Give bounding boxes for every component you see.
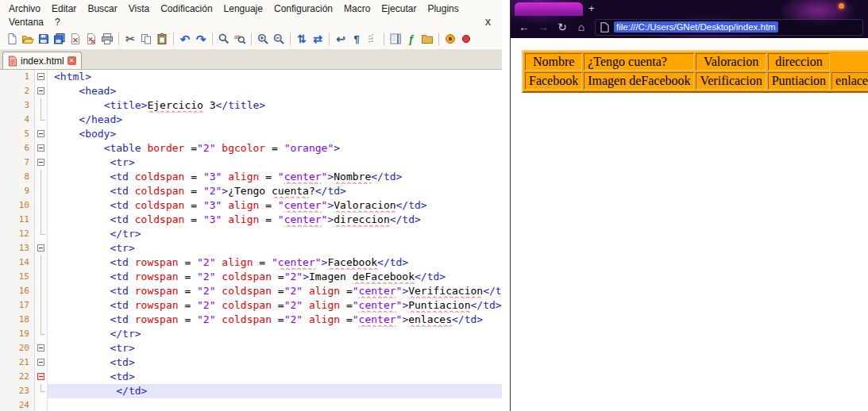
close-button[interactable]: X — [485, 17, 491, 27]
zoom-in-icon[interactable] — [256, 32, 270, 46]
code-line: 22 <td> — [0, 370, 502, 384]
code-text[interactable] — [48, 398, 502, 411]
code-text[interactable]: <td rowspan = "2" coldspan ="2" align ="… — [48, 313, 502, 327]
browser-tab[interactable] — [515, 2, 583, 16]
home-button[interactable]: ⌂ — [573, 18, 590, 36]
folder-as-workspace-icon[interactable] — [420, 32, 434, 46]
menu-item-archivo[interactable]: Archivo — [3, 3, 46, 14]
open-file-icon[interactable] — [21, 32, 35, 46]
fold-marker[interactable] — [35, 70, 48, 84]
fold-marker[interactable] — [35, 156, 48, 170]
code-text[interactable]: <td coldspan = "2">¿Tengo cuenta?</td> — [48, 184, 502, 198]
copy-icon[interactable] — [139, 32, 153, 46]
code-line: 4 </head> — [0, 113, 502, 127]
replace-icon[interactable]: ab — [233, 32, 247, 46]
menu-item-help[interactable]: ? — [49, 17, 66, 28]
line-number: 20 — [0, 341, 35, 355]
tab-index-html[interactable]: index.html ✕ — [2, 52, 82, 69]
menu-item-plugins[interactable]: Plugins — [422, 3, 464, 14]
code-text[interactable]: </head> — [48, 113, 502, 127]
cut-icon[interactable]: ✂ — [123, 32, 137, 46]
show-all-characters-icon[interactable]: ¶ — [349, 32, 364, 46]
line-number: 15 — [0, 270, 35, 284]
menu-item-ejecutar[interactable]: Ejecutar — [376, 3, 422, 14]
record-macro-icon[interactable] — [459, 32, 473, 46]
fold-marker[interactable] — [35, 84, 48, 98]
fold-marker[interactable] — [35, 141, 48, 156]
code-line: 19 </tr> — [0, 327, 502, 341]
code-text[interactable]: </tr> — [48, 327, 502, 341]
fold-marker[interactable] — [35, 127, 48, 141]
fold-marker — [35, 198, 48, 213]
code-text[interactable]: <td rowspan = "2" coldspan ="2" align ="… — [48, 298, 502, 313]
rendered-page: Nombre¿Tengo cuenta?ValoraciondireccionF… — [511, 38, 868, 411]
code-text[interactable]: <table border ="2" bgcolor = "orange"> — [48, 141, 502, 156]
code-text[interactable]: <td coldspan = "3" align = "center">dire… — [48, 213, 502, 227]
code-text[interactable]: <tr> — [48, 241, 502, 255]
sync-horizontal-icon[interactable]: ⇄ — [311, 32, 325, 46]
redo-icon[interactable]: ↷ — [194, 32, 208, 46]
find-icon[interactable] — [217, 32, 231, 46]
menu-item-buscar[interactable]: Buscar — [82, 3, 122, 14]
code-editor[interactable]: 1<html>2 <head>3 <title>Ejercicio 3</tit… — [0, 70, 502, 411]
line-number: 22 — [0, 370, 35, 384]
monitoring-icon[interactable] — [443, 32, 457, 46]
menu-item-editar[interactable]: Editar — [46, 3, 82, 14]
toolbar-separator — [329, 33, 330, 45]
code-text[interactable]: <td rowspan = "2" coldspan ="2" align ="… — [48, 284, 502, 298]
code-text[interactable]: <body> — [48, 127, 502, 141]
zoom-out-icon[interactable] — [272, 32, 286, 46]
tab-close-icon[interactable]: ✕ — [68, 56, 76, 65]
word-wrap-icon[interactable]: ↩ — [334, 32, 348, 46]
code-line: 1<html> — [0, 70, 502, 84]
back-button[interactable]: ← — [515, 18, 533, 36]
fold-marker[interactable] — [35, 241, 48, 255]
document-map-icon[interactable] — [388, 32, 403, 46]
menu-item-lenguaje[interactable]: Lenguaje — [218, 3, 268, 14]
reload-button[interactable]: ↻ — [554, 18, 571, 36]
code-text[interactable]: <html> — [48, 70, 502, 84]
fold-marker[interactable] — [35, 370, 48, 384]
code-text[interactable]: <td> — [48, 370, 502, 384]
code-text[interactable]: <tr> — [48, 156, 502, 170]
code-text[interactable]: <head> — [48, 84, 502, 98]
menubar: ArchivoEditarBuscarVistaCodificaciónLeng… — [0, 0, 502, 29]
indent-guide-icon[interactable] — [365, 32, 380, 46]
new-file-icon[interactable] — [5, 32, 19, 46]
save-icon[interactable] — [37, 32, 51, 46]
browser-window: + ←→↻⌂ file:///C:/Users/GNet/Desktop/ind… — [510, 0, 868, 411]
paste-icon[interactable] — [155, 32, 169, 46]
menu-item-vista[interactable]: Vista — [123, 3, 155, 14]
fold-marker — [35, 284, 48, 298]
code-text[interactable]: <title>Ejercicio 3</title> — [48, 98, 502, 113]
menu-item-codificaci-n[interactable]: Codificación — [155, 3, 218, 14]
code-text[interactable]: <td coldspan = "3" align = "center">Valo… — [48, 198, 502, 213]
screen: ArchivoEditarBuscarVistaCodificaciónLeng… — [0, 0, 868, 411]
line-number: 24 — [0, 398, 35, 411]
code-line: 16 <td rowspan = "2" coldspan ="2" align… — [0, 284, 502, 298]
fold-marker[interactable] — [35, 341, 48, 355]
code-text[interactable]: <tr> — [48, 341, 502, 355]
code-text[interactable]: <td> — [48, 355, 502, 370]
fold-marker[interactable] — [35, 355, 48, 370]
url-bar[interactable]: file:///C:/Users/GNet/Desktop/index.htm — [595, 19, 863, 36]
code-text[interactable]: <td rowspan = "2" align = "center">Faceb… — [48, 255, 502, 270]
forward-button[interactable]: → — [534, 18, 552, 36]
print-icon[interactable] — [100, 32, 114, 46]
menu-item-ventana[interactable]: Ventana — [3, 17, 49, 28]
close-icon[interactable] — [68, 32, 83, 46]
close-all-icon[interactable] — [84, 32, 98, 46]
fold-marker — [35, 384, 48, 398]
menu-item-configuraci-n[interactable]: Configuración — [268, 3, 338, 14]
undo-icon[interactable]: ↶ — [178, 32, 192, 46]
code-text[interactable]: <td coldspan = "3" align = "center">Nomb… — [48, 170, 502, 184]
new-tab-button[interactable]: + — [588, 2, 595, 14]
code-text[interactable]: </td> — [48, 384, 502, 398]
save-all-icon[interactable] — [52, 32, 67, 46]
code-line: 13 <tr> — [0, 241, 502, 255]
menu-item-macro[interactable]: Macro — [338, 3, 376, 14]
code-text[interactable]: </tr> — [48, 227, 502, 241]
function-list-icon[interactable]: ƒ — [404, 32, 419, 46]
code-text[interactable]: <td rowspan = "2" coldspan ="2">Imagen d… — [48, 270, 502, 284]
sync-vertical-icon[interactable]: ⇅ — [295, 32, 309, 46]
